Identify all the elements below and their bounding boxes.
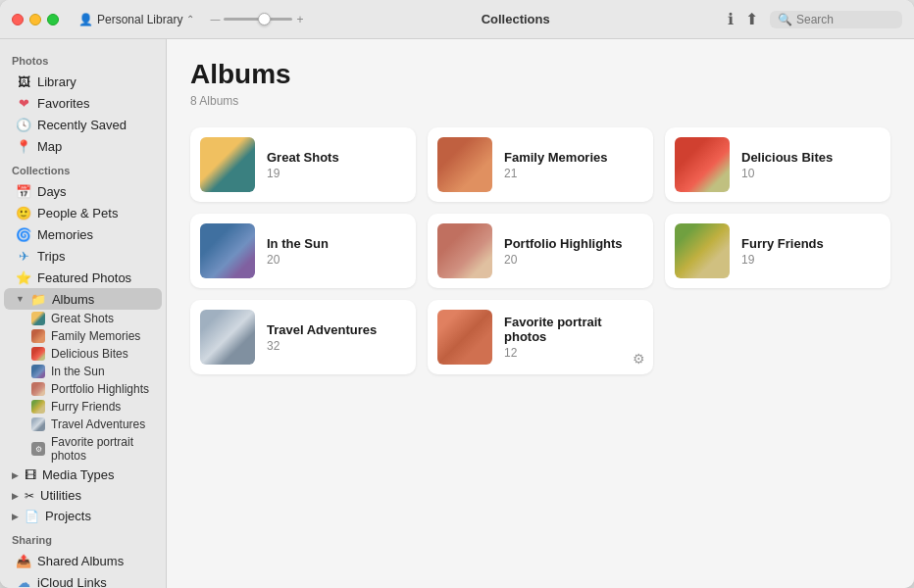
search-input[interactable] <box>796 13 894 26</box>
album-card-in-the-sun[interactable]: In the Sun 20 <box>190 214 416 288</box>
library-label: Personal Library <box>97 13 182 26</box>
share-button[interactable]: ⬆ <box>745 10 758 28</box>
memories-icon: 🌀 <box>16 226 31 242</box>
sidebar-item-label: Utilities <box>40 488 81 503</box>
sidebar-sub-in-the-sun[interactable]: In the Sun <box>4 363 162 380</box>
sub-item-label: Great Shots <box>51 312 114 325</box>
album-info: Favorite portrait photos 12 <box>504 315 643 360</box>
sidebar-sub-family-memories[interactable]: Family Memories <box>4 327 162 345</box>
zoom-slider[interactable]: — + <box>210 13 303 26</box>
sidebar-item-albums[interactable]: 📁 Albums <box>4 288 162 310</box>
sidebar-item-memories[interactable]: 🌀 Memories <box>4 223 162 245</box>
sidebar-item-favorites[interactable]: ❤ Favorites <box>4 92 162 114</box>
album-name: Furry Friends <box>741 236 881 251</box>
album-card-furry-friends[interactable]: Furry Friends 19 <box>665 214 890 288</box>
great-shots-thumb <box>31 312 45 325</box>
sidebar-item-label: Map <box>37 139 62 154</box>
sidebar-item-media-types[interactable]: 🎞 Media Types <box>4 465 162 485</box>
album-info: Portfolio Highlights 20 <box>504 236 643 267</box>
sidebar-item-projects[interactable]: 📄 Projects <box>4 506 162 526</box>
titlebar: 👤 Personal Library ⌃ — + Collections ℹ ⬆… <box>0 0 914 39</box>
search-box[interactable]: 🔍 <box>770 11 902 28</box>
family-memories-thumb <box>31 329 45 343</box>
chevron-right-icon <box>12 470 19 480</box>
album-thumbnail <box>437 137 492 192</box>
album-name: Great Shots <box>267 150 406 165</box>
projects-icon: 📄 <box>25 510 39 523</box>
furry-friends-thumb <box>31 400 45 414</box>
collections-section-label: Collections <box>0 157 166 180</box>
sidebar-item-map[interactable]: 📍 Map <box>4 135 162 157</box>
album-card-favorite-portrait[interactable]: Favorite portrait photos 12 ⚙ <box>428 300 653 374</box>
album-name: In the Sun <box>267 236 406 251</box>
album-count: 32 <box>267 339 406 353</box>
sidebar-item-library[interactable]: 🖼 Library <box>4 71 162 92</box>
album-card-great-shots[interactable]: Great Shots 19 <box>190 127 416 202</box>
sidebar-sub-furry-friends[interactable]: Furry Friends <box>4 398 162 416</box>
sidebar-sub-portrait[interactable]: ⚙ Favorite portrait photos <box>4 433 162 465</box>
sidebar: Photos 🖼 Library ❤ Favorites 🕓 Recently … <box>0 39 167 588</box>
sidebar-item-label: Days <box>37 184 67 199</box>
sidebar-item-utilities[interactable]: ✂ Utilities <box>4 485 162 506</box>
sharing-section-label: Sharing <box>0 526 166 550</box>
sidebar-sub-portfolio[interactable]: Portfolio Highlights <box>4 380 162 398</box>
sidebar-sub-great-shots[interactable]: Great Shots <box>4 310 162 327</box>
main-content: Albums 8 Albums Great Shots 19 Family Me… <box>167 39 914 588</box>
utilities-icon: ✂ <box>25 489 34 503</box>
album-card-travel-adventures[interactable]: Travel Adventures 32 <box>190 300 416 374</box>
minimize-button[interactable] <box>29 14 41 25</box>
featured-photos-icon: ⭐ <box>16 270 31 285</box>
album-thumbnail <box>437 310 492 365</box>
albums-icon: 📁 <box>30 291 46 307</box>
portrait-thumb: ⚙ <box>31 442 45 456</box>
sidebar-item-days[interactable]: 📅 Days <box>4 180 162 202</box>
sidebar-item-label: People & Pets <box>37 206 118 220</box>
photos-section-label: Photos <box>0 47 166 71</box>
in-the-sun-thumb <box>31 365 45 378</box>
slider-thumb <box>258 13 271 25</box>
info-button[interactable]: ℹ <box>728 10 734 28</box>
sidebar-item-people-pets[interactable]: 🙂 People & Pets <box>4 202 162 223</box>
sidebar-item-trips[interactable]: ✈ Trips <box>4 245 162 267</box>
close-button[interactable] <box>12 14 24 25</box>
sidebar-item-shared-albums[interactable]: 📤 Shared Albums <box>4 550 162 571</box>
days-icon: 📅 <box>16 183 31 199</box>
sub-item-label: In the Sun <box>51 365 105 378</box>
album-thumbnail <box>200 137 255 192</box>
album-card-delicious-bites[interactable]: Delicious Bites 10 <box>665 127 890 202</box>
album-card-family-memories[interactable]: Family Memories 21 <box>428 127 653 202</box>
library-picker[interactable]: 👤 Personal Library ⌃ <box>78 13 194 26</box>
sidebar-item-featured-photos[interactable]: ⭐ Featured Photos <box>4 267 162 288</box>
sidebar-sub-delicious-bites[interactable]: Delicious Bites <box>4 345 162 363</box>
chevron-right-icon <box>12 512 19 521</box>
sidebar-item-icloud-links[interactable]: ☁ iCloud Links <box>4 571 162 588</box>
sidebar-item-label: Recently Saved <box>37 118 127 132</box>
sidebar-item-label: Trips <box>37 249 65 264</box>
sidebar-sub-travel[interactable]: Travel Adventures <box>4 416 162 433</box>
sidebar-item-label: Projects <box>45 509 91 523</box>
album-thumbnail <box>200 223 255 278</box>
sub-item-label: Travel Adventures <box>51 417 145 431</box>
library-icon: 🖼 <box>16 74 31 89</box>
main-layout: Photos 🖼 Library ❤ Favorites 🕓 Recently … <box>0 39 914 588</box>
search-icon: 🔍 <box>778 13 792 26</box>
sidebar-item-label: Featured Photos <box>37 270 131 285</box>
album-card-portfolio-highlights[interactable]: Portfolio Highlights 20 <box>428 214 653 288</box>
favorites-icon: ❤ <box>16 95 31 111</box>
maximize-button[interactable] <box>47 14 59 25</box>
album-count: 20 <box>267 253 406 267</box>
sidebar-item-recently-saved[interactable]: 🕓 Recently Saved <box>4 114 162 135</box>
album-name: Favorite portrait photos <box>504 315 643 344</box>
settings-icon[interactable]: ⚙ <box>633 351 645 367</box>
sub-item-label: Delicious Bites <box>51 347 128 361</box>
album-count: 21 <box>504 167 643 180</box>
album-thumbnail <box>200 310 255 365</box>
album-info: In the Sun 20 <box>267 236 406 267</box>
sidebar-item-label: Shared Albums <box>37 554 124 568</box>
sub-item-label: Family Memories <box>51 329 140 343</box>
media-types-icon: 🎞 <box>25 468 36 482</box>
album-count: 20 <box>504 253 643 267</box>
sidebar-item-label: Media Types <box>42 467 114 482</box>
titlebar-center: Collections <box>303 12 728 26</box>
album-name: Family Memories <box>504 150 643 165</box>
